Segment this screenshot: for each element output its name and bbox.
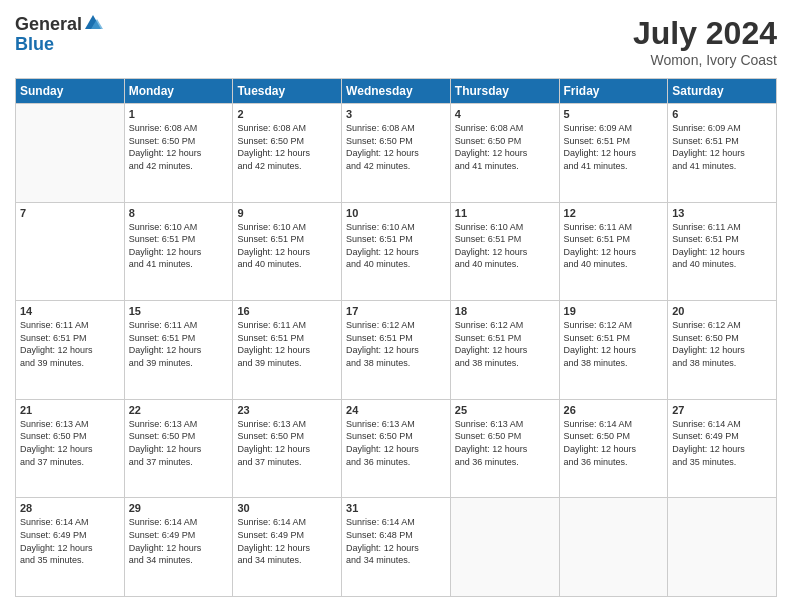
day-number: 26 [564, 404, 664, 416]
calendar-cell: 4Sunrise: 6:08 AM Sunset: 6:50 PM Daylig… [450, 104, 559, 203]
day-number: 1 [129, 108, 229, 120]
calendar-cell: 14Sunrise: 6:11 AM Sunset: 6:51 PM Dayli… [16, 301, 125, 400]
calendar-cell: 31Sunrise: 6:14 AM Sunset: 6:48 PM Dayli… [342, 498, 451, 597]
day-info: Sunrise: 6:10 AM Sunset: 6:51 PM Dayligh… [346, 221, 446, 271]
title-block: July 2024 Womon, Ivory Coast [633, 15, 777, 68]
weekday-header-sunday: Sunday [16, 79, 125, 104]
calendar-cell: 10Sunrise: 6:10 AM Sunset: 6:51 PM Dayli… [342, 202, 451, 301]
calendar-cell: 25Sunrise: 6:13 AM Sunset: 6:50 PM Dayli… [450, 399, 559, 498]
day-info: Sunrise: 6:09 AM Sunset: 6:51 PM Dayligh… [564, 122, 664, 172]
calendar-cell: 17Sunrise: 6:12 AM Sunset: 6:51 PM Dayli… [342, 301, 451, 400]
day-number: 6 [672, 108, 772, 120]
day-number: 2 [237, 108, 337, 120]
calendar-cell: 29Sunrise: 6:14 AM Sunset: 6:49 PM Dayli… [124, 498, 233, 597]
day-info: Sunrise: 6:08 AM Sunset: 6:50 PM Dayligh… [237, 122, 337, 172]
day-number: 17 [346, 305, 446, 317]
logo-general-text: General [15, 15, 82, 35]
calendar-cell: 13Sunrise: 6:11 AM Sunset: 6:51 PM Dayli… [668, 202, 777, 301]
day-info: Sunrise: 6:13 AM Sunset: 6:50 PM Dayligh… [129, 418, 229, 468]
day-info: Sunrise: 6:11 AM Sunset: 6:51 PM Dayligh… [564, 221, 664, 271]
calendar-cell: 16Sunrise: 6:11 AM Sunset: 6:51 PM Dayli… [233, 301, 342, 400]
day-info: Sunrise: 6:10 AM Sunset: 6:51 PM Dayligh… [129, 221, 229, 271]
weekday-header-tuesday: Tuesday [233, 79, 342, 104]
calendar-cell: 21Sunrise: 6:13 AM Sunset: 6:50 PM Dayli… [16, 399, 125, 498]
calendar-cell [668, 498, 777, 597]
calendar-cell: 6Sunrise: 6:09 AM Sunset: 6:51 PM Daylig… [668, 104, 777, 203]
calendar-cell: 7 [16, 202, 125, 301]
day-info: Sunrise: 6:14 AM Sunset: 6:49 PM Dayligh… [129, 516, 229, 566]
day-number: 23 [237, 404, 337, 416]
calendar-cell: 3Sunrise: 6:08 AM Sunset: 6:50 PM Daylig… [342, 104, 451, 203]
day-number: 12 [564, 207, 664, 219]
day-info: Sunrise: 6:12 AM Sunset: 6:51 PM Dayligh… [564, 319, 664, 369]
calendar-cell: 9Sunrise: 6:10 AM Sunset: 6:51 PM Daylig… [233, 202, 342, 301]
day-info: Sunrise: 6:14 AM Sunset: 6:49 PM Dayligh… [672, 418, 772, 468]
calendar-cell: 12Sunrise: 6:11 AM Sunset: 6:51 PM Dayli… [559, 202, 668, 301]
day-info: Sunrise: 6:13 AM Sunset: 6:50 PM Dayligh… [346, 418, 446, 468]
day-number: 3 [346, 108, 446, 120]
day-info: Sunrise: 6:11 AM Sunset: 6:51 PM Dayligh… [672, 221, 772, 271]
calendar-cell: 5Sunrise: 6:09 AM Sunset: 6:51 PM Daylig… [559, 104, 668, 203]
day-info: Sunrise: 6:13 AM Sunset: 6:50 PM Dayligh… [20, 418, 120, 468]
day-info: Sunrise: 6:12 AM Sunset: 6:51 PM Dayligh… [455, 319, 555, 369]
day-info: Sunrise: 6:11 AM Sunset: 6:51 PM Dayligh… [237, 319, 337, 369]
weekday-header-friday: Friday [559, 79, 668, 104]
day-number: 30 [237, 502, 337, 514]
calendar-cell: 22Sunrise: 6:13 AM Sunset: 6:50 PM Dayli… [124, 399, 233, 498]
weekday-header-thursday: Thursday [450, 79, 559, 104]
day-number: 20 [672, 305, 772, 317]
calendar-cell: 11Sunrise: 6:10 AM Sunset: 6:51 PM Dayli… [450, 202, 559, 301]
day-number: 21 [20, 404, 120, 416]
calendar-cell: 27Sunrise: 6:14 AM Sunset: 6:49 PM Dayli… [668, 399, 777, 498]
day-info: Sunrise: 6:14 AM Sunset: 6:49 PM Dayligh… [20, 516, 120, 566]
day-number: 31 [346, 502, 446, 514]
day-info: Sunrise: 6:12 AM Sunset: 6:51 PM Dayligh… [346, 319, 446, 369]
calendar: SundayMondayTuesdayWednesdayThursdayFrid… [15, 78, 777, 597]
day-info: Sunrise: 6:12 AM Sunset: 6:50 PM Dayligh… [672, 319, 772, 369]
day-number: 29 [129, 502, 229, 514]
calendar-cell: 18Sunrise: 6:12 AM Sunset: 6:51 PM Dayli… [450, 301, 559, 400]
day-info: Sunrise: 6:10 AM Sunset: 6:51 PM Dayligh… [237, 221, 337, 271]
day-info: Sunrise: 6:08 AM Sunset: 6:50 PM Dayligh… [346, 122, 446, 172]
page: General Blue July 2024 Womon, Ivory Coas… [0, 0, 792, 612]
calendar-cell: 23Sunrise: 6:13 AM Sunset: 6:50 PM Dayli… [233, 399, 342, 498]
calendar-cell [559, 498, 668, 597]
month-year: July 2024 [633, 15, 777, 52]
logo: General Blue [15, 15, 103, 55]
calendar-cell: 8Sunrise: 6:10 AM Sunset: 6:51 PM Daylig… [124, 202, 233, 301]
day-number: 15 [129, 305, 229, 317]
weekday-header-wednesday: Wednesday [342, 79, 451, 104]
calendar-cell: 28Sunrise: 6:14 AM Sunset: 6:49 PM Dayli… [16, 498, 125, 597]
day-number: 22 [129, 404, 229, 416]
day-info: Sunrise: 6:14 AM Sunset: 6:50 PM Dayligh… [564, 418, 664, 468]
header: General Blue July 2024 Womon, Ivory Coas… [15, 15, 777, 68]
day-number: 5 [564, 108, 664, 120]
day-info: Sunrise: 6:14 AM Sunset: 6:48 PM Dayligh… [346, 516, 446, 566]
calendar-cell [450, 498, 559, 597]
day-number: 18 [455, 305, 555, 317]
calendar-cell: 20Sunrise: 6:12 AM Sunset: 6:50 PM Dayli… [668, 301, 777, 400]
day-number: 4 [455, 108, 555, 120]
day-info: Sunrise: 6:13 AM Sunset: 6:50 PM Dayligh… [455, 418, 555, 468]
day-number: 27 [672, 404, 772, 416]
logo-blue-text: Blue [15, 35, 103, 55]
day-info: Sunrise: 6:09 AM Sunset: 6:51 PM Dayligh… [672, 122, 772, 172]
weekday-header-monday: Monday [124, 79, 233, 104]
day-number: 14 [20, 305, 120, 317]
calendar-cell: 24Sunrise: 6:13 AM Sunset: 6:50 PM Dayli… [342, 399, 451, 498]
day-info: Sunrise: 6:13 AM Sunset: 6:50 PM Dayligh… [237, 418, 337, 468]
day-number: 16 [237, 305, 337, 317]
calendar-cell: 2Sunrise: 6:08 AM Sunset: 6:50 PM Daylig… [233, 104, 342, 203]
day-info: Sunrise: 6:11 AM Sunset: 6:51 PM Dayligh… [20, 319, 120, 369]
day-info: Sunrise: 6:14 AM Sunset: 6:49 PM Dayligh… [237, 516, 337, 566]
calendar-cell: 15Sunrise: 6:11 AM Sunset: 6:51 PM Dayli… [124, 301, 233, 400]
day-info: Sunrise: 6:08 AM Sunset: 6:50 PM Dayligh… [129, 122, 229, 172]
day-info: Sunrise: 6:10 AM Sunset: 6:51 PM Dayligh… [455, 221, 555, 271]
location: Womon, Ivory Coast [633, 52, 777, 68]
calendar-cell: 1Sunrise: 6:08 AM Sunset: 6:50 PM Daylig… [124, 104, 233, 203]
day-info: Sunrise: 6:11 AM Sunset: 6:51 PM Dayligh… [129, 319, 229, 369]
day-number: 11 [455, 207, 555, 219]
day-number: 8 [129, 207, 229, 219]
calendar-cell: 26Sunrise: 6:14 AM Sunset: 6:50 PM Dayli… [559, 399, 668, 498]
calendar-cell: 19Sunrise: 6:12 AM Sunset: 6:51 PM Dayli… [559, 301, 668, 400]
